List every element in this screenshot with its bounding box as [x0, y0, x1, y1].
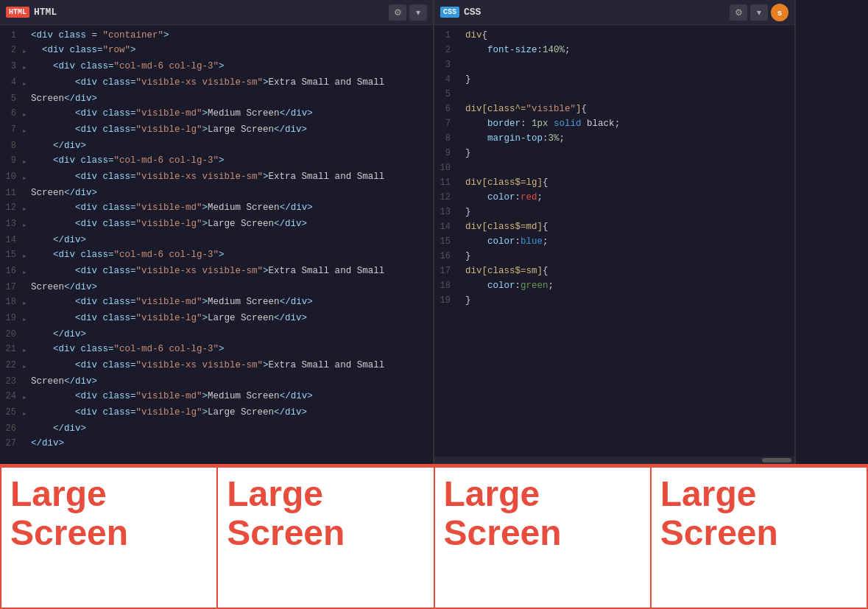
css-line-num-6: 6 [436, 102, 456, 116]
line-code-18: <div class="visible-md">Medium Screen</d… [31, 295, 431, 309]
css-tab-bar: CSS CSS ⚙ ▾ s [434, 0, 794, 25]
css-line-1: 1 div{ [434, 28, 794, 43]
css-dot-16 [456, 249, 465, 250]
html-tab-bar: HTML HTML ⚙ ▾ [0, 0, 433, 25]
line-code-11: Screen</div> [31, 186, 431, 200]
html-icon: HTML [6, 7, 29, 18]
editor-area: HTML HTML ⚙ ▾ 1 <div class = "container"… [0, 0, 868, 464]
css-line-num-14: 14 [436, 219, 456, 234]
css-dot-13 [456, 205, 465, 206]
line-num-26: 26 [1, 421, 22, 436]
css-dot-7 [456, 116, 465, 118]
line-code-20: </div> [31, 327, 431, 342]
preview-box-3: Large Screen [434, 466, 650, 609]
line-dot-3: ▸ [22, 59, 31, 75]
css-line-11: 11 div[class$=lg]{ [434, 175, 794, 190]
line-dot-25: ▸ [22, 405, 31, 421]
css-dot-2 [456, 43, 465, 44]
line-dot-12: ▸ [22, 200, 31, 217]
preview-box-1: Large Screen [0, 466, 216, 609]
html-line-10: 10 ▸ <div class="visible-xs visible-sm">… [0, 169, 433, 186]
html-tab-controls: ⚙ ▾ [389, 4, 427, 21]
line-code-19: <div class="visible-lg">Large Screen</di… [31, 311, 431, 325]
line-num-13: 13 [1, 217, 22, 231]
html-line-17: 17 Screen</div> [0, 280, 433, 295]
html-gear-button[interactable]: ⚙ [389, 4, 406, 21]
line-code-2: <div class="row"> [31, 43, 431, 57]
line-dot-5 [22, 91, 31, 93]
css-dot-10 [456, 161, 465, 162]
css-line-num-12: 12 [436, 190, 456, 205]
css-line-num-10: 10 [436, 161, 456, 175]
css-dot-12 [456, 190, 465, 191]
html-line-11: 11 Screen</div> [0, 186, 433, 200]
line-dot-1 [22, 28, 31, 29]
css-code-6: div[class^="visible"]{ [465, 102, 793, 116]
line-dot-11 [22, 186, 31, 187]
css-line-15: 15 color:blue; [434, 234, 794, 249]
line-dot-24: ▸ [22, 389, 31, 405]
line-num-19: 19 [1, 311, 22, 325]
css-line-7: 7 border: 1px solid black; [434, 116, 794, 131]
line-dot-8 [22, 138, 31, 140]
css-dot-14 [456, 219, 465, 221]
line-num-18: 18 [1, 295, 22, 309]
css-code-14: div[class$=md]{ [465, 219, 793, 234]
html-chevron-button[interactable]: ▾ [409, 4, 427, 21]
css-line-num-11: 11 [436, 175, 456, 190]
css-line-2: 2 font-size:140%; [434, 43, 794, 57]
line-num-4: 4 [1, 75, 22, 90]
line-dot-14 [22, 233, 31, 234]
css-line-num-5: 5 [436, 87, 456, 102]
css-h-scrollbar[interactable] [434, 457, 794, 464]
preview-box-2: Large Screen [216, 466, 433, 609]
line-code-25: <div class="visible-lg">Large Screen</di… [31, 405, 431, 420]
html-tab-label: HTML HTML [6, 7, 383, 18]
preview-text-1: Large Screen [10, 475, 208, 553]
css-avatar-button[interactable]: s [771, 4, 788, 21]
css-code-16: } [465, 249, 793, 264]
line-dot-15: ▸ [22, 247, 31, 264]
css-line-6: 6 div[class^="visible"]{ [434, 102, 794, 116]
line-code-6: <div class="visible-md">Medium Screen</d… [31, 106, 431, 121]
preview-text-2: Large Screen [227, 475, 424, 553]
css-line-num-18: 18 [436, 278, 456, 293]
css-code-area[interactable]: 1 div{ 2 font-size:140%; 3 4 } [434, 25, 794, 457]
line-num-7: 7 [1, 122, 22, 137]
line-dot-20 [22, 327, 31, 328]
css-panel: CSS CSS ⚙ ▾ s 1 div{ 2 font-size:140%; [434, 0, 794, 464]
html-line-16: 16 ▸ <div class="visible-xs visible-sm">… [0, 264, 433, 280]
html-code-area[interactable]: 1 <div class = "container"> 2 ▸ <div cla… [0, 25, 433, 464]
css-dot-19 [456, 293, 465, 295]
line-num-25: 25 [1, 405, 22, 420]
line-num-8: 8 [1, 138, 22, 153]
html-line-22: 22 ▸ <div class="visible-xs visible-sm">… [0, 358, 433, 374]
line-dot-13: ▸ [22, 217, 31, 233]
css-line-5: 5 [434, 87, 794, 102]
html-line-1: 1 <div class = "container"> [0, 28, 433, 43]
html-line-5: 5 Screen</div> [0, 91, 433, 106]
css-gear-button[interactable]: ⚙ [730, 4, 747, 21]
css-line-3: 3 [434, 57, 794, 72]
line-code-26: </div> [31, 421, 431, 436]
css-line-8: 8 margin-top:3%; [434, 131, 794, 146]
css-code-7: border: 1px solid black; [465, 116, 793, 131]
line-num-14: 14 [1, 233, 22, 247]
css-tab-controls: ⚙ ▾ s [730, 4, 788, 21]
css-code-2: font-size:140%; [465, 43, 793, 57]
css-code-11: div[class$=lg]{ [465, 175, 793, 190]
css-tab-title: CSS [464, 7, 481, 18]
css-code-17: div[class$=sm]{ [465, 264, 793, 278]
line-num-9: 9 [1, 153, 22, 168]
line-dot-27 [22, 436, 31, 437]
css-icon: CSS [440, 7, 459, 18]
css-line-13: 13 } [434, 205, 794, 219]
html-line-13: 13 ▸ <div class="visible-lg">Large Scree… [0, 217, 433, 233]
line-num-12: 12 [1, 200, 22, 215]
line-code-17: Screen</div> [31, 280, 431, 295]
css-line-num-8: 8 [436, 131, 456, 146]
html-line-3: 3 ▸ <div class="col-md-6 col-lg-3"> [0, 59, 433, 75]
css-chevron-button[interactable]: ▾ [750, 4, 768, 21]
css-line-num-19: 19 [436, 293, 456, 308]
html-panel: HTML HTML ⚙ ▾ 1 <div class = "container"… [0, 0, 434, 464]
